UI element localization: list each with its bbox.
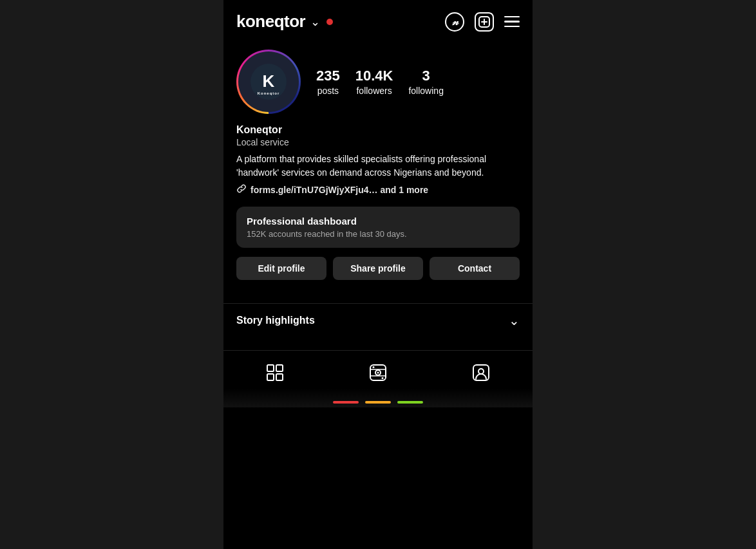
posts-label: posts [317, 86, 339, 96]
username-title[interactable]: koneqtor [236, 12, 305, 32]
following-label: following [408, 86, 443, 96]
pro-dashboard-subtitle: 152K accounts reached in the last 30 day… [247, 229, 509, 239]
edit-profile-button[interactable]: Edit profile [236, 257, 326, 280]
followers-stat[interactable]: 10.4K followers [355, 68, 393, 96]
tagged-tab[interactable] [472, 364, 490, 382]
reels-icon [369, 364, 387, 382]
phone-frame: koneqtor ⌄ 𝓃 [223, 0, 533, 549]
svg-point-12 [377, 372, 379, 374]
link-chain-icon [236, 183, 247, 196]
threads-icon[interactable]: 𝓃 [445, 12, 464, 32]
tagged-icon [472, 364, 490, 382]
grid-tab[interactable] [266, 364, 284, 382]
avatar-inner: K Koneqtor [238, 51, 299, 112]
avatar-ring: K Koneqtor [236, 50, 301, 114]
svg-text:Koneqtor: Koneqtor [258, 91, 280, 95]
pro-dashboard[interactable]: Professional dashboard 152K accounts rea… [236, 207, 520, 248]
svg-text:K: K [263, 71, 275, 91]
svg-rect-9 [276, 374, 283, 380]
svg-rect-8 [267, 374, 274, 380]
avatar-logo-svg: K Koneqtor [250, 64, 287, 100]
story-highlights-chevron-icon: ⌄ [509, 313, 520, 328]
posts-count: 235 [316, 68, 340, 84]
color-bar-indicator [333, 401, 423, 404]
bottom-color-bar [223, 388, 533, 407]
profile-bio: A platform that provides skilled special… [236, 153, 520, 180]
profile-link[interactable]: forms.gle/iTnU7GjWjyXFju4… and 1 more [236, 183, 520, 196]
profile-link-text: forms.gle/iTnU7GjWjyXFju4… and 1 more [250, 185, 428, 195]
followers-count: 10.4K [355, 68, 393, 84]
svg-point-15 [373, 366, 375, 368]
add-content-icon[interactable] [475, 12, 494, 32]
profile-top: K Koneqtor 235 posts 10.4K followers [236, 50, 520, 114]
username-chevron-icon[interactable]: ⌄ [310, 15, 320, 29]
followers-label: followers [356, 86, 392, 96]
header-left: koneqtor ⌄ [236, 12, 333, 32]
pro-dashboard-title: Professional dashboard [247, 216, 509, 227]
header-icons: 𝓃 [445, 12, 520, 32]
story-highlights-label: Story highlights [236, 315, 315, 326]
following-stat[interactable]: 3 following [408, 68, 443, 96]
svg-rect-6 [267, 365, 274, 371]
grid-icon [266, 364, 284, 382]
story-highlights-bar[interactable]: Story highlights ⌄ [223, 303, 533, 337]
action-buttons: Edit profile Share profile Contact [236, 257, 520, 280]
stats-container: 235 posts 10.4K followers 3 following [316, 68, 520, 96]
header: koneqtor ⌄ 𝓃 [223, 0, 533, 39]
posts-stat[interactable]: 235 posts [316, 68, 340, 96]
share-profile-button[interactable]: Share profile [333, 257, 423, 280]
svg-point-18 [478, 369, 484, 374]
svg-point-16 [382, 377, 384, 379]
profile-category: Local service [236, 137, 520, 147]
svg-rect-7 [276, 365, 283, 371]
reels-tab[interactable] [369, 364, 387, 382]
profile-section: K Koneqtor 235 posts 10.4K followers [223, 39, 533, 303]
following-count: 3 [422, 68, 430, 84]
avatar-wrapper[interactable]: K Koneqtor [236, 50, 301, 114]
notification-dot [326, 19, 333, 25]
menu-icon[interactable] [504, 16, 520, 28]
bottom-nav [223, 350, 533, 388]
contact-button[interactable]: Contact [430, 257, 520, 280]
profile-name: Koneqtor [236, 124, 520, 136]
